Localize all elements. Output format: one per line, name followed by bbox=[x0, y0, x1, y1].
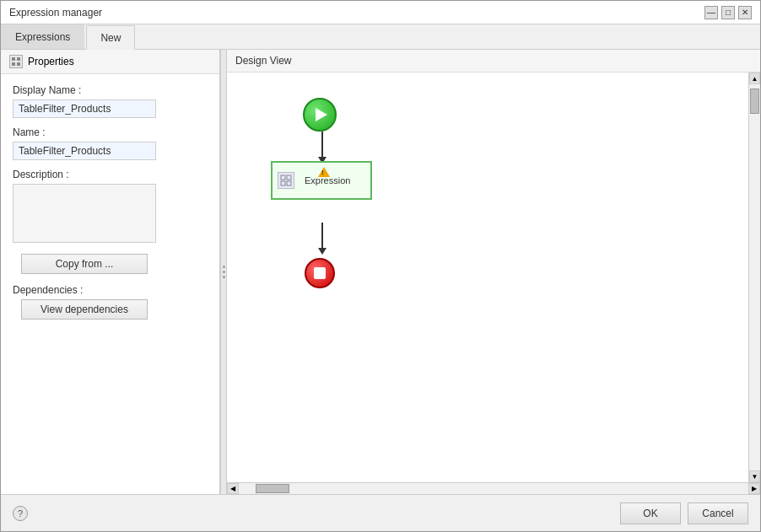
svg-rect-7 bbox=[287, 181, 291, 185]
cancel-button[interactable]: Cancel bbox=[688, 502, 748, 524]
minimize-button[interactable]: — bbox=[704, 6, 718, 19]
start-node[interactable] bbox=[303, 98, 337, 132]
warning-triangle bbox=[318, 167, 330, 177]
description-textarea[interactable] bbox=[13, 184, 156, 243]
svg-rect-6 bbox=[281, 181, 285, 185]
svg-rect-4 bbox=[281, 175, 285, 180]
svg-rect-2 bbox=[12, 62, 15, 66]
expression-node[interactable]: Expression bbox=[271, 161, 372, 200]
footer-buttons: OK Cancel bbox=[620, 502, 748, 524]
play-icon bbox=[316, 108, 327, 121]
help-icon[interactable]: ? bbox=[13, 506, 28, 521]
title-bar-left: Expression manager bbox=[9, 7, 102, 19]
splitter-dot-1 bbox=[223, 266, 225, 268]
svg-rect-0 bbox=[12, 57, 15, 61]
description-label: Description : bbox=[13, 169, 208, 180]
tab-expressions[interactable]: Expressions bbox=[1, 24, 84, 49]
name-label: Name : bbox=[13, 126, 208, 138]
horizontal-scrollbar[interactable]: ◀ ▶ bbox=[227, 482, 760, 494]
scroll-right-button[interactable]: ▶ bbox=[748, 483, 760, 494]
tab-new[interactable]: New bbox=[86, 25, 135, 50]
design-view-header: Design View bbox=[227, 50, 760, 73]
arrow-2-head bbox=[318, 248, 327, 255]
vertical-splitter[interactable] bbox=[220, 50, 227, 494]
title-controls: — □ ✕ bbox=[704, 6, 752, 19]
arrow-2 bbox=[318, 223, 327, 255]
arrow-1-line bbox=[321, 132, 323, 157]
footer: ? OK Cancel bbox=[1, 494, 760, 531]
display-name-label: Display Name : bbox=[13, 84, 208, 96]
tab-expressions-label: Expressions bbox=[15, 31, 70, 43]
svg-rect-1 bbox=[17, 57, 20, 61]
scroll-left-button[interactable]: ◀ bbox=[227, 483, 239, 494]
arrow-2-line bbox=[321, 223, 323, 248]
warning-badge bbox=[318, 167, 330, 179]
expression-icon bbox=[278, 172, 294, 189]
properties-section-header: Properties bbox=[1, 50, 219, 74]
right-panel: Design View bbox=[227, 50, 760, 494]
arrow-1 bbox=[318, 132, 327, 164]
scroll-track bbox=[749, 84, 760, 470]
properties-label: Properties bbox=[28, 56, 74, 67]
scroll-down-button[interactable]: ▼ bbox=[749, 470, 760, 482]
splitter-dot-3 bbox=[223, 276, 225, 278]
tab-bar: Expressions New bbox=[1, 24, 760, 50]
right-panel-inner: Expression ▲ bbox=[227, 73, 760, 482]
dependencies-label: Dependencies : bbox=[13, 284, 208, 296]
hscroll-thumb[interactable] bbox=[256, 484, 289, 493]
stop-node[interactable] bbox=[305, 258, 335, 288]
help-label: ? bbox=[18, 508, 23, 519]
canvas-inner: Expression bbox=[227, 73, 733, 482]
design-canvas[interactable]: Expression bbox=[227, 73, 748, 482]
name-input[interactable] bbox=[13, 142, 156, 160]
close-button[interactable]: ✕ bbox=[738, 6, 752, 19]
tab-new-label: New bbox=[100, 32, 121, 44]
view-dependencies-button[interactable]: View dependencies bbox=[21, 299, 148, 320]
svg-rect-5 bbox=[287, 175, 291, 180]
left-panel: Properties Display Name : Name : Descrip… bbox=[1, 50, 220, 494]
copy-from-button[interactable]: Copy from ... bbox=[21, 254, 148, 274]
title-bar: Expression manager — □ ✕ bbox=[1, 1, 760, 24]
expression-manager-window: Expression manager — □ ✕ Expressions New bbox=[0, 0, 761, 532]
splitter-dot-2 bbox=[223, 271, 225, 273]
main-content: Properties Display Name : Name : Descrip… bbox=[1, 50, 760, 494]
scroll-thumb[interactable] bbox=[750, 89, 759, 114]
properties-icon bbox=[9, 55, 23, 68]
window-title: Expression manager bbox=[9, 7, 102, 19]
scroll-up-button[interactable]: ▲ bbox=[749, 73, 760, 84]
left-content: Display Name : Name : Description : Copy… bbox=[1, 74, 219, 494]
display-name-input[interactable] bbox=[13, 99, 156, 118]
svg-rect-3 bbox=[17, 62, 20, 66]
ok-button[interactable]: OK bbox=[620, 502, 681, 524]
hscroll-track bbox=[239, 483, 748, 494]
maximize-button[interactable]: □ bbox=[721, 6, 735, 19]
stop-square bbox=[314, 267, 326, 279]
vertical-scrollbar[interactable]: ▲ ▼ bbox=[748, 73, 760, 482]
